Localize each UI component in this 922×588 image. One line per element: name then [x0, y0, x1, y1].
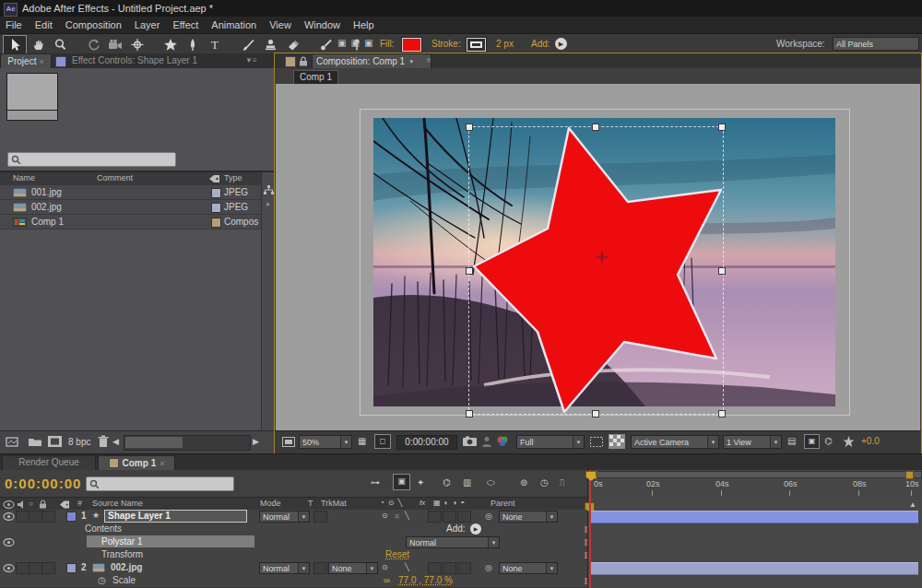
- scrollbar-thumb[interactable]: [125, 437, 183, 448]
- column-t[interactable]: T: [308, 499, 313, 508]
- brush-tool-icon[interactable]: [237, 36, 259, 53]
- audio-toggle[interactable]: [16, 562, 30, 574]
- resolution-dropdown[interactable]: Full▼: [516, 435, 585, 449]
- work-area-bar[interactable]: [588, 471, 922, 478]
- selection-handle[interactable]: [718, 410, 726, 417]
- switch-cell[interactable]: [428, 562, 442, 574]
- grid-guides-icon[interactable]: ▦: [358, 436, 366, 446]
- roto-brush-tool-icon[interactable]: [314, 36, 337, 53]
- solo-toggle[interactable]: [29, 562, 42, 574]
- switch-cell[interactable]: [457, 511, 471, 523]
- layer-name[interactable]: 002.jpg: [111, 562, 142, 572]
- work-area-end-handle[interactable]: [905, 471, 914, 479]
- scroll-up-icon[interactable]: ▲: [265, 200, 271, 206]
- menu-edit[interactable]: Edit: [35, 19, 53, 30]
- frame-blending-icon[interactable]: ⌬: [443, 477, 451, 488]
- layer-name-field[interactable]: Shape Layer 1: [104, 510, 247, 523]
- close-icon[interactable]: ×: [426, 55, 431, 65]
- t-switch-cell[interactable]: [313, 511, 327, 523]
- trkmat-dropdown[interactable]: None▼: [328, 562, 378, 574]
- collapse-switch-icon[interactable]: ⊙: [382, 512, 388, 520]
- menu-effect[interactable]: Effect: [172, 19, 198, 30]
- rotation-tool-icon[interactable]: [82, 36, 104, 53]
- clone-stamp-tool-icon[interactable]: [259, 36, 281, 53]
- stopwatch-icon[interactable]: ◷: [98, 575, 106, 585]
- column-source-name[interactable]: Source Name: [92, 499, 143, 508]
- column-comment[interactable]: Comment: [97, 173, 133, 182]
- scale-value[interactable]: 77.0 , 77.0 %: [398, 575, 453, 585]
- scroll-right-icon[interactable]: ▶: [253, 437, 259, 446]
- column-type[interactable]: Type: [224, 173, 242, 182]
- comp-breadcrumb-chip[interactable]: Comp 1: [293, 70, 338, 85]
- eye-icon[interactable]: [3, 564, 15, 572]
- switch-cell[interactable]: [443, 511, 456, 523]
- snapshot-camera-icon[interactable]: [463, 436, 477, 446]
- pen-tool-icon[interactable]: [182, 36, 204, 53]
- t-switch-cell[interactable]: [313, 562, 327, 574]
- workspace-dropdown[interactable]: All Panels: [833, 37, 919, 51]
- hand-tool-icon[interactable]: [27, 36, 49, 53]
- fit-view-icon[interactable]: [282, 437, 295, 447]
- project-item-row[interactable]: 002.jpg JPEG: [0, 200, 261, 215]
- zoom-tool-icon[interactable]: [49, 36, 71, 53]
- tab-effect-controls[interactable]: Effect Controls: Shape Layer 1: [72, 55, 197, 65]
- transform-label[interactable]: Transform: [101, 549, 143, 559]
- switch-cell[interactable]: [428, 511, 442, 523]
- time-ruler[interactable]: 0s 02s 04s 06s 08s 10s: [587, 470, 922, 497]
- column-name[interactable]: Name: [13, 173, 35, 182]
- project-item-row[interactable]: Comp 1 Compos: [0, 215, 261, 229]
- quality-switch-icon[interactable]: ☼: [394, 512, 400, 520]
- playhead-line[interactable]: [589, 470, 591, 588]
- active-camera-dropdown[interactable]: Active Camera▼: [631, 435, 719, 449]
- label-swatch[interactable]: [211, 188, 221, 198]
- project-search-input[interactable]: [7, 152, 176, 167]
- project-scrollbar[interactable]: ▲: [261, 172, 275, 430]
- selection-handle[interactable]: [466, 123, 473, 131]
- column-parent[interactable]: Parent: [491, 499, 515, 508]
- shape-tool-icon[interactable]: [160, 36, 182, 53]
- switch-cell[interactable]: [443, 562, 456, 574]
- close-icon[interactable]: ×: [160, 459, 164, 468]
- menu-layer[interactable]: Layer: [135, 19, 160, 30]
- layer-row-002-jpg[interactable]: 2 002.jpg Normal▼ None▼ ⊙ ╲ ◎ None▼: [0, 561, 587, 574]
- panel-menu-icon[interactable]: ▼≡: [245, 56, 257, 65]
- constrain-link-icon[interactable]: ∞: [384, 575, 390, 585]
- timeline-search-input[interactable]: [86, 476, 234, 491]
- new-composition-icon[interactable]: [48, 436, 62, 447]
- blend-mode-dropdown[interactable]: Normal▼: [259, 511, 310, 523]
- layer-bar-002-jpg[interactable]: [589, 562, 918, 575]
- fill-label[interactable]: Fill:: [380, 39, 395, 49]
- close-icon[interactable]: ×: [39, 57, 43, 66]
- tab-timeline-comp[interactable]: Comp 1 ×: [98, 455, 175, 470]
- fill-color-swatch[interactable]: [402, 38, 421, 52]
- toggle-mask-icon[interactable]: ◻: [374, 434, 391, 449]
- stroke-width-value[interactable]: 2 px: [496, 39, 514, 49]
- eraser-tool-icon[interactable]: [281, 36, 303, 53]
- menu-window[interactable]: Window: [304, 19, 340, 30]
- timeline-button-icon[interactable]: ▤: [787, 436, 796, 446]
- track-scroll-up-icon[interactable]: ▲: [909, 500, 916, 509]
- label-color-icon[interactable]: [208, 174, 220, 183]
- selection-handle[interactable]: [592, 123, 599, 131]
- collapse-switch-icon[interactable]: ⊙: [382, 563, 388, 571]
- polystar-label[interactable]: Polystar 1: [101, 536, 142, 547]
- column-mode[interactable]: Mode: [260, 499, 281, 508]
- menu-view[interactable]: View: [269, 19, 291, 30]
- shy-layers-icon[interactable]: ✦: [417, 477, 424, 488]
- parent-dropdown[interactable]: None▼: [499, 562, 558, 574]
- label-swatch[interactable]: [211, 218, 221, 228]
- polystar-blend-mode-dropdown[interactable]: Normal▼: [406, 536, 500, 548]
- comp-timecode[interactable]: 0:00:00:00: [396, 435, 457, 450]
- eye-icon[interactable]: [3, 512, 15, 521]
- current-timecode[interactable]: 0:00:00:00: [5, 476, 81, 491]
- column-index[interactable]: #: [77, 499, 82, 508]
- selection-handle[interactable]: [718, 267, 726, 275]
- auto-keyframe-icon[interactable]: ⊚: [520, 477, 527, 488]
- menu-file[interactable]: File: [6, 19, 22, 30]
- layer-row-shape-layer-1[interactable]: 1 ★ Shape Layer 1 Normal▼ ⊙ ☼ ╲ ◎ None▼: [0, 510, 587, 523]
- property-row-transform[interactable]: Transform Reset: [0, 548, 587, 561]
- comp-flowchart-icon[interactable]: ▣: [804, 434, 820, 449]
- brainstorm-icon[interactable]: ⬭: [487, 477, 495, 488]
- type-tool-icon[interactable]: T: [204, 36, 226, 53]
- chevron-down-icon[interactable]: ▼: [408, 59, 414, 65]
